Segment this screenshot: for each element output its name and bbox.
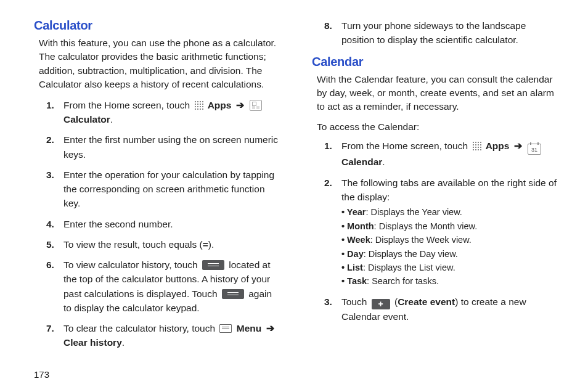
calendar-heading: Calendar bbox=[312, 55, 560, 69]
page-number: 173 bbox=[34, 369, 49, 380]
step-text: To clear the calculator history, touch M… bbox=[63, 321, 282, 350]
text: From the Home screen, touch bbox=[341, 141, 470, 151]
left-column: Calculator With this feature, you can us… bbox=[34, 18, 282, 356]
step-number: 8. bbox=[324, 18, 341, 47]
step-4: 4. Enter the second number. bbox=[46, 217, 282, 231]
tab-list: Year: Displays the Year view. Month: Dis… bbox=[341, 205, 560, 288]
step-number: 5. bbox=[46, 237, 63, 251]
calendar-steps: 1. From the Home screen, touch Apps ➔ 31… bbox=[324, 139, 560, 324]
text: ). bbox=[208, 239, 214, 250]
step-text: Enter the second number. bbox=[63, 217, 282, 231]
text: . bbox=[110, 114, 113, 125]
step-number: 3. bbox=[324, 295, 341, 324]
step-text: Touch + (Create event) to create a new C… bbox=[341, 295, 560, 324]
text: To view calculator history, touch bbox=[63, 259, 200, 270]
desc: : Search for tasks. bbox=[367, 276, 439, 286]
step-5: 5. To view the result, touch equals (=). bbox=[46, 237, 282, 251]
text: . bbox=[382, 157, 385, 167]
step-number: 6. bbox=[46, 258, 63, 315]
step-number: 2. bbox=[46, 133, 63, 161]
apps-icon bbox=[472, 141, 481, 150]
step-2: 2. Enter the first number using the on s… bbox=[46, 133, 282, 161]
create-event-label: Create event bbox=[398, 296, 455, 307]
calendar-access-text: To access the Calendar: bbox=[317, 120, 560, 134]
text: ( bbox=[392, 296, 398, 307]
equals-symbol: = bbox=[203, 239, 208, 250]
desc: : Displays the List view. bbox=[363, 263, 455, 272]
step-6: 6. To view calculator history, touch loc… bbox=[46, 258, 282, 315]
step-2: 2. The following tabs are available on t… bbox=[324, 176, 560, 288]
label: Year bbox=[347, 207, 366, 217]
step-text: Enter the operation for your calculation… bbox=[63, 168, 282, 211]
desc: : Displays the Month view. bbox=[374, 221, 478, 231]
tab-list: List: Displays the List view. bbox=[341, 261, 560, 274]
desc: : Displays the Day view. bbox=[364, 249, 458, 259]
step-3: 3. Touch + (Create event) to create a ne… bbox=[324, 295, 560, 324]
text: From the Home screen, touch bbox=[63, 100, 192, 110]
desc: : Displays the Year view. bbox=[366, 207, 462, 217]
step-number: 1. bbox=[46, 98, 63, 127]
step-text: From the Home screen, touch Apps ➔ 31 Ca… bbox=[341, 139, 560, 169]
step-1: 1. From the Home screen, touch Apps ➔ Ca… bbox=[46, 98, 282, 127]
label: Month bbox=[347, 221, 374, 231]
calculator-steps-continued: 8. Turn your phone sideways to the lands… bbox=[324, 18, 560, 47]
step-text: To view the result, touch equals (=). bbox=[63, 237, 282, 251]
step-7: 7. To clear the calculator history, touc… bbox=[46, 321, 282, 350]
text: To clear the calculator history, touch bbox=[63, 323, 218, 333]
calculator-icon bbox=[250, 100, 262, 111]
label: Task bbox=[347, 276, 367, 286]
step-text: From the Home screen, touch Apps ➔ Calcu… bbox=[63, 98, 282, 127]
step-3: 3. Enter the operation for your calculat… bbox=[46, 168, 282, 211]
calculator-steps: 1. From the Home screen, touch Apps ➔ Ca… bbox=[46, 98, 282, 350]
step-number: 3. bbox=[46, 168, 63, 211]
step-text: The following tabs are available on the … bbox=[341, 176, 560, 288]
tab-month: Month: Displays the Month view. bbox=[341, 219, 560, 233]
tab-week: Week: Displays the Week view. bbox=[341, 233, 560, 247]
arrow-icon: ➔ bbox=[509, 141, 526, 151]
step-8: 8. Turn your phone sideways to the lands… bbox=[324, 18, 560, 47]
tab-task: Task: Search for tasks. bbox=[341, 274, 560, 288]
history-panel-icon bbox=[202, 260, 224, 270]
apps-label: Apps bbox=[208, 100, 232, 110]
plus-icon: + bbox=[372, 299, 390, 309]
step-text: Enter the first number using the on scre… bbox=[63, 133, 282, 161]
step-number: 2. bbox=[324, 176, 341, 288]
text: To view the result, touch equals ( bbox=[63, 239, 203, 250]
text: The following tabs are available on the … bbox=[341, 178, 557, 202]
tab-day: Day: Displays the Day view. bbox=[341, 247, 560, 261]
menu-label: Menu bbox=[237, 323, 261, 333]
label: Week bbox=[347, 235, 370, 245]
calendar-icon: 31 bbox=[528, 144, 541, 155]
text: Touch bbox=[341, 296, 370, 307]
calculator-label: Calculator bbox=[63, 114, 110, 125]
step-text: Turn your phone sideways to the landscap… bbox=[341, 18, 560, 47]
desc: : Displays the Week view. bbox=[370, 235, 472, 245]
step-text: To view calculator history, touch locate… bbox=[63, 258, 282, 315]
label: List bbox=[347, 263, 363, 272]
apps-icon bbox=[194, 100, 203, 110]
calculator-heading: Calculator bbox=[34, 18, 282, 33]
calculator-intro: With this feature, you can use the phone… bbox=[39, 36, 282, 92]
calendar-intro: With the Calendar feature, you can consu… bbox=[317, 73, 560, 114]
right-column: 8. Turn your phone sideways to the lands… bbox=[312, 18, 560, 356]
menu-icon bbox=[219, 324, 232, 333]
arrow-icon: ➔ bbox=[231, 100, 248, 110]
step-number: 4. bbox=[46, 217, 63, 231]
text: . bbox=[122, 337, 125, 348]
history-panel-icon bbox=[222, 289, 244, 299]
label: Day bbox=[347, 249, 364, 259]
step-1: 1. From the Home screen, touch Apps ➔ 31… bbox=[324, 139, 560, 169]
apps-label: Apps bbox=[486, 141, 510, 151]
step-number: 1. bbox=[324, 139, 341, 169]
tab-year: Year: Displays the Year view. bbox=[341, 205, 560, 219]
calendar-label: Calendar bbox=[341, 157, 382, 167]
clear-history-label: Clear history bbox=[63, 337, 122, 348]
step-number: 7. bbox=[46, 321, 63, 350]
arrow-icon: ➔ bbox=[261, 323, 276, 333]
